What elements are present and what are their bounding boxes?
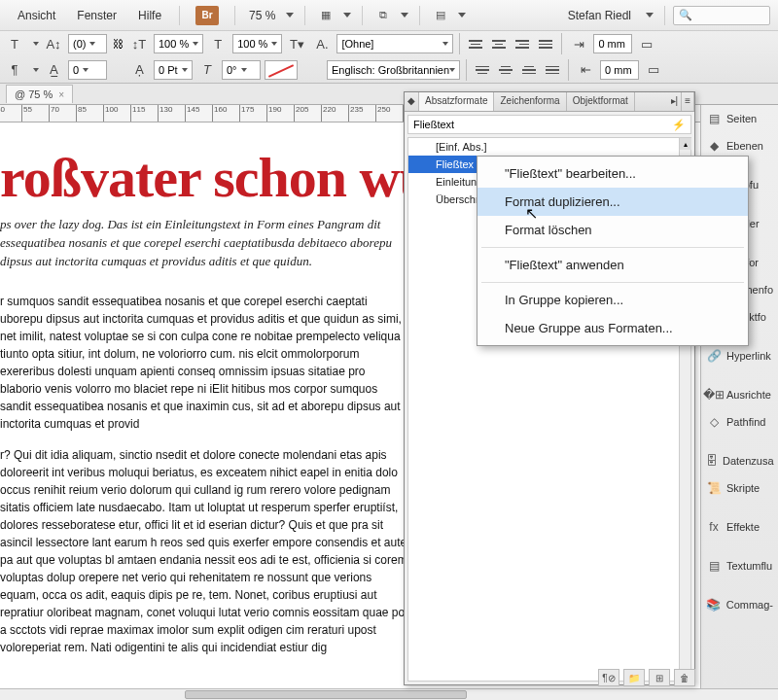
indent-top-field[interactable]: 0 mm — [593, 34, 632, 53]
screen-mode-icon[interactable]: ⧉ — [371, 5, 396, 26]
point-size-field[interactable]: (0) — [68, 34, 107, 53]
new-group-icon[interactable]: 📁 — [623, 669, 645, 686]
dock-item-label: Hyperlink — [726, 350, 771, 362]
dock-item[interactable]: ▤Seiten — [701, 105, 778, 132]
quick-apply-icon[interactable]: ⚡ — [672, 119, 686, 131]
dock-item-icon: ▤ — [706, 558, 722, 574]
dock-item-icon: 📚 — [706, 597, 722, 612]
type-tool-icon[interactable]: T — [4, 34, 25, 53]
dock-item[interactable]: fxEffekte — [701, 513, 778, 541]
language-select[interactable]: Englisch: Großbritannien — [327, 60, 460, 80]
document-tab-label: @ 75 % — [15, 88, 53, 100]
hscale-field[interactable]: 100 % — [154, 34, 203, 53]
panel-menu-icon[interactable]: ≡ — [682, 92, 694, 111]
dock-item[interactable]: 🗄Datenzusa — [701, 447, 778, 474]
menu-bar: Ansicht Fenster Hilfe Br 75 % ▦ ⧉ ▤ Stef… — [0, 0, 778, 31]
vertical-scale-icon: T — [207, 34, 229, 53]
dock-item-label: Skripte — [726, 482, 760, 494]
dock-item-label: Ebenen — [726, 140, 763, 152]
document-tab[interactable]: @ 75 % × — [6, 85, 73, 103]
context-menu: "Fließtext" bearbeiten...Format duplizie… — [477, 156, 749, 346]
menu-window[interactable]: Fenster — [67, 5, 126, 26]
dock-item-icon: ◇ — [706, 414, 722, 430]
panel-expand-icon[interactable]: ▸| — [668, 92, 683, 111]
dock-item-label: Pathfind — [726, 416, 765, 428]
context-menu-item[interactable]: In Gruppe kopieren... — [477, 286, 748, 314]
caps-icon[interactable]: T▾ — [286, 34, 307, 53]
current-style-field[interactable]: Fließtext ⚡ — [407, 115, 691, 134]
horizontal-scrollbar[interactable] — [0, 688, 778, 700]
context-menu-item[interactable]: Format duplizieren... — [477, 188, 748, 216]
context-menu-item[interactable]: Neue Gruppe aus Formaten... — [477, 314, 748, 342]
bridge-icon[interactable]: Br — [195, 6, 219, 25]
scroll-up-icon[interactable]: ▴ — [680, 138, 691, 150]
panel-tab-character[interactable]: Zeichenforma — [494, 92, 566, 111]
context-menu-item[interactable]: "Fließtext" bearbeiten... — [477, 159, 748, 188]
align-justify-all-icon[interactable] — [543, 61, 562, 79]
dock-item[interactable]: 🔗Hyperlink — [701, 342, 778, 369]
panel-tab-paragraph[interactable]: Absatzformate — [419, 92, 494, 111]
align-top-icon[interactable] — [473, 61, 492, 79]
align-bottom-icon[interactable] — [519, 61, 539, 79]
panel-tab-strip: ◆ Absatzformate Zeichenforma Objektforma… — [405, 92, 694, 112]
dock-item-icon: ▤ — [706, 111, 722, 126]
delete-style-icon[interactable]: 🗑 — [674, 669, 695, 686]
dock-item[interactable]: �⊞Ausrichte — [701, 381, 778, 408]
dock-item[interactable]: ◇Pathfind — [701, 408, 778, 436]
dock-item-label: Datenzusa — [723, 455, 774, 467]
zoom-dropdown-icon[interactable] — [286, 13, 294, 18]
dock-item-icon: 🗄 — [706, 453, 718, 469]
no-stroke-icon[interactable] — [265, 60, 298, 80]
search-input[interactable]: 🔍 — [673, 6, 770, 25]
dock-item-icon: �⊞ — [706, 387, 722, 402]
indent-bot-field[interactable]: 0 mm — [600, 60, 639, 80]
search-icon: 🔍 — [679, 9, 692, 21]
space-before-icon: ▭ — [636, 34, 657, 53]
control-bar: T A↕ (0) ⛓ ↕T 100 % T 100 % T▾ A. [Ohne]… — [0, 31, 778, 84]
vscale-field[interactable]: 100 % — [232, 34, 282, 53]
lang-icon — [301, 60, 323, 80]
align-right-icon[interactable] — [513, 35, 532, 52]
dock-item[interactable]: 📚Commag- — [701, 591, 778, 618]
user-name: Stefan Riedl — [558, 9, 641, 22]
view-options-icon[interactable]: ▦ — [313, 5, 338, 26]
menu-help[interactable]: Hilfe — [128, 5, 171, 26]
arrange-icon[interactable]: ▤ — [428, 5, 453, 26]
panel-collapse-icon[interactable]: ◆ — [405, 92, 419, 111]
menu-view[interactable]: Ansicht — [8, 5, 65, 26]
space-after-icon: ▭ — [643, 60, 664, 80]
context-menu-item[interactable]: "Fließtext" anwenden — [477, 251, 748, 279]
leading-field[interactable]: 0 — [68, 60, 107, 80]
new-style-icon[interactable]: ⊞ — [649, 669, 670, 686]
dock-item-icon: fx — [706, 519, 722, 535]
panel-bottom-bar: ¶⊘ 📁 ⊞ 🗑 — [598, 669, 695, 686]
dock-item-label: Commag- — [726, 599, 773, 611]
dock-item-label: Textumflu — [726, 560, 772, 572]
para-tool-icon[interactable]: ¶ — [4, 60, 25, 80]
font-icon: A↕ — [43, 34, 64, 53]
zoom-level[interactable]: 75 % — [243, 9, 281, 22]
intro-text: ps over the lazy dog. Das ist ein Einlei… — [0, 216, 408, 271]
tracking-icon: Ạ — [128, 60, 150, 80]
align-justify-icon[interactable] — [536, 35, 555, 52]
rotate-field[interactable]: 0° — [222, 60, 261, 80]
indent-bot-icon: ⇤ — [575, 60, 596, 80]
scrollbar-thumb[interactable] — [185, 690, 467, 699]
charstyle-icon: A. — [311, 34, 333, 53]
clear-override-icon[interactable]: ¶⊘ — [598, 669, 619, 686]
tracking-field[interactable]: 0 Pt — [154, 60, 193, 80]
dock-item-label: Ausrichte — [726, 389, 771, 401]
align-left-icon[interactable] — [466, 35, 485, 52]
charstyle-select[interactable]: [Ohne] — [336, 34, 453, 53]
style-row[interactable]: [Einf. Abs.] — [408, 138, 690, 156]
close-icon[interactable]: × — [58, 89, 64, 100]
body-text: r sumquos sandit essequatibea nosanis et… — [0, 293, 408, 656]
align-center-icon[interactable] — [489, 35, 509, 52]
context-menu-item[interactable]: Format löschen — [477, 216, 748, 244]
dock-item-label: Effekte — [726, 521, 760, 533]
dock-item[interactable]: ▤Textumflu — [701, 552, 778, 579]
align-middle-icon[interactable] — [496, 61, 515, 79]
dock-item[interactable]: 📜Skripte — [701, 474, 778, 502]
panel-tab-object[interactable]: Objektformat — [567, 92, 635, 111]
link-icon[interactable]: ⛓ — [111, 38, 124, 50]
